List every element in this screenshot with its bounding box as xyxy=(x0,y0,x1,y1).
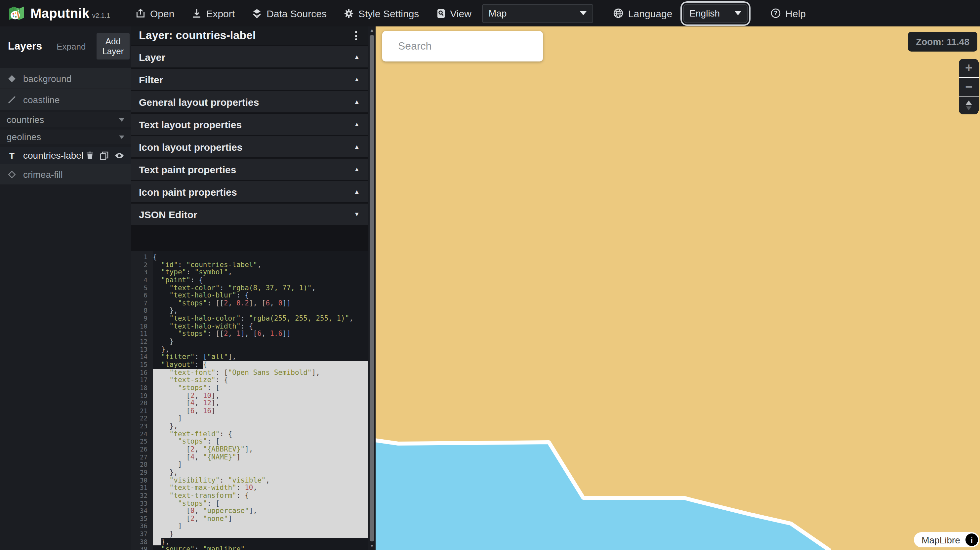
line-number: 25 xyxy=(131,438,153,445)
code-line: 35 [2, "none"] xyxy=(131,515,368,523)
maputnik-app: Maputnik v2.1.1 Open Export Data Sources… xyxy=(0,0,980,550)
chevron-down-icon xyxy=(580,11,587,15)
layer-item-label: coastline xyxy=(23,94,60,105)
group-item-geolines[interactable]: geolines xyxy=(0,130,131,144)
data-sources-icon xyxy=(252,8,262,18)
line-number: 11 xyxy=(131,330,153,338)
code-line: 17 "text-size": { xyxy=(131,377,368,384)
layer-item-countries-label[interactable]: Tcountries-label xyxy=(0,147,131,164)
code-line: 32 "text-transform": { xyxy=(131,492,368,499)
selection-highlight xyxy=(153,538,161,545)
attribution-link[interactable]: MapLibre xyxy=(921,534,960,545)
chevron-up-icon: ▲ xyxy=(354,143,360,150)
export-icon xyxy=(191,8,201,18)
layer-item-label: crimea-fill xyxy=(23,169,63,180)
line-number: 16 xyxy=(131,369,153,376)
chevron-up-icon: ▲ xyxy=(354,99,360,105)
scroll-down-arrow-icon[interactable]: ▼ xyxy=(368,543,375,549)
basemap xyxy=(375,27,980,550)
line-number: 15 xyxy=(131,361,153,369)
line-number: 28 xyxy=(131,461,153,469)
panel-title-bar: Layer: countries-label xyxy=(131,27,368,45)
line-number: 12 xyxy=(131,338,153,345)
line-number: 31 xyxy=(131,484,153,491)
section-icon-layout-properties[interactable]: Icon layout properties▲ xyxy=(131,136,368,157)
panel-scrollbar: ▲ ▼ xyxy=(368,27,375,550)
section-text-paint-properties[interactable]: Text paint properties▲ xyxy=(131,159,368,180)
code-line: 3 "type": "symbol", xyxy=(131,269,368,276)
group-item-countries[interactable]: countries xyxy=(0,112,131,127)
code-line: 18 "stops": [ xyxy=(131,384,368,392)
json-editor[interactable]: 1{2 "id": "countries-label",3 "type": "s… xyxy=(131,251,368,550)
trash-icon[interactable] xyxy=(86,151,94,160)
layer-editor-panel: Layer: countries-label Layer▲Filter▲Gene… xyxy=(131,27,368,550)
chevron-down-icon[interactable] xyxy=(119,118,124,121)
export-button[interactable]: Export xyxy=(191,8,235,19)
section-label: Icon layout properties xyxy=(139,141,242,153)
layers-sidebar: Layers Expand Add Layer backgroundcoastl… xyxy=(0,27,132,550)
line-number: 4 xyxy=(131,276,153,284)
chevron-up-icon: ▲ xyxy=(354,188,360,195)
diamond-filled-icon xyxy=(6,74,17,83)
expand-button[interactable]: Expand xyxy=(52,39,90,54)
search-input[interactable] xyxy=(397,40,536,53)
layer-list: backgroundcoastlinecountriesgeolinesTcou… xyxy=(0,68,131,184)
eye-icon[interactable] xyxy=(115,152,124,159)
kebab-menu-icon[interactable] xyxy=(352,30,360,41)
line-number: 20 xyxy=(131,399,153,407)
app-title: Maputnik xyxy=(30,6,90,21)
layer-item-coastline[interactable]: coastline xyxy=(0,89,131,110)
section-json-editor[interactable]: JSON Editor▼ xyxy=(131,203,368,225)
layer-item-background[interactable]: background xyxy=(0,68,131,89)
code-line: 8 }, xyxy=(131,307,368,315)
layer-item-crimea-fill[interactable]: crimea-fill xyxy=(0,164,131,184)
help-button[interactable]: ? Help xyxy=(770,8,806,19)
zoom-out-button[interactable]: − xyxy=(959,77,979,96)
pitch-icon xyxy=(966,100,972,110)
line-number: 36 xyxy=(131,523,153,530)
main-menu: Open Export Data Sources Style Settings … xyxy=(135,0,806,27)
map-canvas[interactable]: Zoom: 11.48 + − MapLibre i xyxy=(375,27,980,550)
section-label: Filter xyxy=(139,74,163,85)
line-number: 2 xyxy=(131,261,153,269)
section-text-layout-properties[interactable]: Text layout properties▲ xyxy=(131,114,368,135)
layer-item-label: countries xyxy=(6,114,44,125)
section-general-layout-properties[interactable]: General layout properties▲ xyxy=(131,91,368,112)
help-icon: ? xyxy=(770,8,781,19)
map-controls: + − xyxy=(959,59,979,114)
line-number: 26 xyxy=(131,445,153,453)
svg-text:?: ? xyxy=(774,10,777,16)
line-number: 14 xyxy=(131,353,153,361)
copy-icon[interactable] xyxy=(100,151,108,160)
line-number: 38 xyxy=(131,538,153,545)
pitch-toggle-button[interactable] xyxy=(959,96,979,114)
gear-icon xyxy=(344,8,354,18)
code-line: 39 "source": "maplibre", xyxy=(131,546,368,550)
view-select[interactable]: Map xyxy=(482,4,593,23)
section-label: Text layout properties xyxy=(139,119,242,130)
section-filter[interactable]: Filter▲ xyxy=(131,69,368,90)
line-number: 8 xyxy=(131,307,153,315)
code-line: 27 [4, "{NAME}"] xyxy=(131,453,368,461)
line-number: 22 xyxy=(131,415,153,423)
chevron-down-icon[interactable] xyxy=(119,135,124,138)
data-sources-button[interactable]: Data Sources xyxy=(252,8,327,19)
add-layer-button[interactable]: Add Layer xyxy=(96,33,130,59)
scrollbar-thumb[interactable] xyxy=(369,35,374,541)
scroll-up-arrow-icon[interactable]: ▲ xyxy=(368,27,375,34)
section-layer[interactable]: Layer▲ xyxy=(131,46,368,67)
code-lines: 1{2 "id": "countries-label",3 "type": "s… xyxy=(131,253,368,550)
info-icon[interactable]: i xyxy=(966,534,978,546)
zoom-in-button[interactable]: + xyxy=(959,59,979,77)
language-select[interactable]: English xyxy=(683,4,748,23)
open-button[interactable]: Open xyxy=(135,8,174,19)
code-line: 30 "visibility": "visible", xyxy=(131,476,368,484)
style-settings-button[interactable]: Style Settings xyxy=(344,8,419,19)
line-number: 32 xyxy=(131,492,153,499)
code-line: 37 } xyxy=(131,530,368,538)
panel-title: Layer: countries-label xyxy=(139,29,256,42)
line-number: 6 xyxy=(131,291,153,299)
brand: Maputnik v2.1.1 xyxy=(8,5,110,22)
code-line: 33 "stops": [ xyxy=(131,499,368,507)
section-icon-paint-properties[interactable]: Icon paint properties▲ xyxy=(131,181,368,202)
